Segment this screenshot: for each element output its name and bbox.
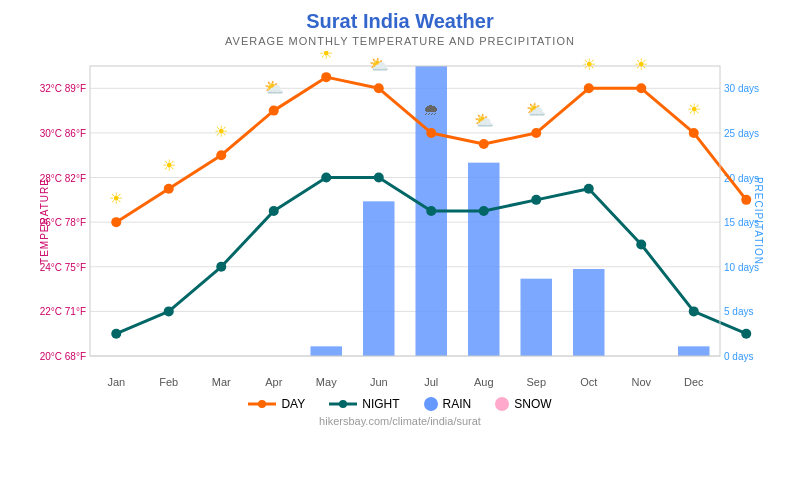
svg-text:⛅: ⛅ <box>264 78 284 97</box>
svg-point-61 <box>531 195 541 205</box>
svg-text:22°C 71°F: 22°C 71°F <box>40 306 86 317</box>
legend-rain-dot <box>424 397 438 411</box>
svg-text:☀: ☀ <box>687 101 701 118</box>
svg-text:32°C 89°F: 32°C 89°F <box>40 83 86 94</box>
legend-snow-dot <box>495 397 509 411</box>
svg-text:May: May <box>316 376 337 388</box>
svg-point-46 <box>426 128 436 138</box>
svg-text:30 days: 30 days <box>724 83 759 94</box>
svg-text:Nov: Nov <box>631 376 651 388</box>
svg-text:Apr: Apr <box>265 376 282 388</box>
legend-day: DAY <box>248 397 305 411</box>
svg-point-65 <box>741 329 751 339</box>
y-axis-right-label: PRECIPITATION <box>752 177 763 265</box>
svg-point-44 <box>321 72 331 82</box>
svg-text:☀: ☀ <box>162 157 176 174</box>
svg-point-58 <box>374 173 384 183</box>
svg-point-82 <box>339 400 347 408</box>
svg-text:🌧: 🌧 <box>423 101 439 118</box>
chart-title: Surat India Weather <box>20 10 780 33</box>
legend-snow: SNOW <box>495 397 551 411</box>
svg-rect-24 <box>468 163 500 356</box>
svg-point-55 <box>216 262 226 272</box>
svg-rect-26 <box>573 269 605 356</box>
main-chart: 20°C 68°F0 days22°C 71°F5 days24°C 75°F1… <box>20 51 780 391</box>
svg-text:⛅: ⛅ <box>474 111 494 130</box>
svg-text:30°C 86°F: 30°C 86°F <box>40 128 86 139</box>
svg-text:☀: ☀ <box>109 190 123 207</box>
svg-point-52 <box>741 195 751 205</box>
svg-point-53 <box>111 329 121 339</box>
legend-day-label: DAY <box>281 397 305 411</box>
svg-text:☀: ☀ <box>214 123 228 140</box>
svg-point-57 <box>321 173 331 183</box>
svg-point-47 <box>479 139 489 149</box>
svg-text:⛅: ⛅ <box>369 55 389 74</box>
chart-container: Surat India Weather AVERAGE MONTHLY TEMP… <box>0 0 800 500</box>
svg-text:☀: ☀ <box>319 51 333 62</box>
svg-point-40 <box>111 217 121 227</box>
svg-point-62 <box>584 184 594 194</box>
svg-point-80 <box>258 400 266 408</box>
svg-text:Jun: Jun <box>370 376 388 388</box>
svg-rect-21 <box>311 346 343 356</box>
svg-text:Oct: Oct <box>580 376 597 388</box>
svg-text:0 days: 0 days <box>724 351 753 362</box>
y-axis-left-label: TEMPERATURE <box>39 178 50 264</box>
legend-day-line <box>248 399 276 409</box>
svg-point-42 <box>216 150 226 160</box>
svg-text:Jul: Jul <box>424 376 438 388</box>
svg-point-48 <box>531 128 541 138</box>
svg-text:Dec: Dec <box>684 376 704 388</box>
svg-text:Feb: Feb <box>159 376 178 388</box>
svg-text:☀: ☀ <box>582 56 596 73</box>
svg-point-54 <box>164 306 174 316</box>
legend-rain: RAIN <box>424 397 472 411</box>
svg-text:5 days: 5 days <box>724 306 753 317</box>
svg-point-63 <box>636 239 646 249</box>
svg-text:⛅: ⛅ <box>526 100 546 119</box>
legend-rain-label: RAIN <box>443 397 472 411</box>
legend-night: NIGHT <box>329 397 399 411</box>
legend-night-label: NIGHT <box>362 397 399 411</box>
svg-rect-22 <box>363 201 395 356</box>
legend-snow-label: SNOW <box>514 397 551 411</box>
svg-text:Jan: Jan <box>107 376 125 388</box>
svg-point-43 <box>269 106 279 116</box>
svg-text:Mar: Mar <box>212 376 231 388</box>
svg-point-49 <box>584 83 594 93</box>
svg-text:☀: ☀ <box>634 56 648 73</box>
legend-night-line <box>329 399 357 409</box>
svg-point-60 <box>479 206 489 216</box>
svg-text:25 days: 25 days <box>724 128 759 139</box>
svg-point-50 <box>636 83 646 93</box>
svg-rect-25 <box>521 279 553 356</box>
chart-subtitle: AVERAGE MONTHLY TEMPERATURE AND PRECIPIT… <box>20 35 780 47</box>
svg-point-51 <box>689 128 699 138</box>
svg-text:Sep: Sep <box>526 376 546 388</box>
svg-point-59 <box>426 206 436 216</box>
svg-point-45 <box>374 83 384 93</box>
svg-point-41 <box>164 184 174 194</box>
chart-legend: DAY NIGHT RAIN SNOW <box>20 397 780 411</box>
svg-text:20°C 68°F: 20°C 68°F <box>40 351 86 362</box>
watermark: hikersbay.com/climate/india/surat <box>20 415 780 427</box>
svg-point-56 <box>269 206 279 216</box>
svg-point-64 <box>689 306 699 316</box>
svg-text:Aug: Aug <box>474 376 494 388</box>
svg-rect-27 <box>678 346 710 356</box>
